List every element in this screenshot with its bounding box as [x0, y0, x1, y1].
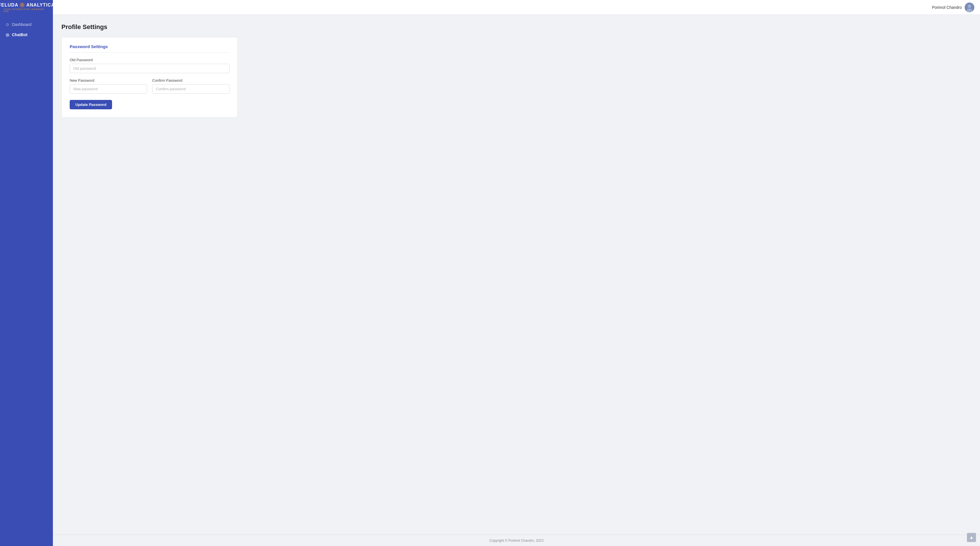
logo-feluda-text: FELUDA: [0, 3, 18, 8]
old-password-input[interactable]: [70, 64, 229, 73]
old-password-group: Old Password: [70, 58, 229, 73]
header-user: Porimol Chandro: [932, 3, 974, 12]
logo-subtitle: YOUR INTERACTIVE LEARNING HUB: [3, 8, 49, 12]
header: FELUDA 🔆 ANALYTICA YOUR INTERACTIVE LEAR…: [0, 0, 980, 15]
password-settings-title: Password Settings: [70, 44, 229, 53]
avatar-image: [965, 3, 974, 12]
new-password-label: New Password: [70, 78, 147, 83]
avatar[interactable]: [965, 3, 974, 12]
main-content: Profile Settings Password Settings Old P…: [53, 15, 980, 546]
confirm-password-label: Confirm Password: [152, 78, 229, 83]
sidebar: ⊙ Dashboard ◎ ChatBot: [0, 15, 53, 546]
scroll-top-button[interactable]: ▲: [967, 533, 976, 542]
sidebar-item-dashboard[interactable]: ⊙ Dashboard: [0, 19, 53, 30]
footer: Copyright © Porimol Chandro, 2023: [53, 535, 980, 546]
logo-icon: 🔆: [19, 2, 25, 8]
new-password-input[interactable]: [70, 84, 147, 94]
sidebar-item-chatbot-label: ChatBot: [12, 32, 27, 37]
sidebar-item-chatbot[interactable]: ◎ ChatBot: [0, 30, 53, 40]
confirm-password-input[interactable]: [152, 84, 229, 94]
new-password-group: New Password: [70, 78, 147, 94]
page-title: Profile Settings: [61, 23, 972, 31]
chatbot-icon: ◎: [6, 32, 9, 37]
avatar-svg: [965, 3, 974, 12]
sidebar-item-dashboard-label: Dashboard: [12, 22, 32, 27]
dashboard-icon: ⊙: [6, 22, 9, 27]
logo: FELUDA 🔆 ANALYTICA YOUR INTERACTIVE LEAR…: [0, 0, 53, 15]
header-username: Porimol Chandro: [932, 5, 962, 10]
app-body: ⊙ Dashboard ◎ ChatBot Profile Settings P…: [0, 15, 980, 546]
footer-text: Copyright © Porimol Chandro, 2023: [490, 539, 544, 543]
old-password-label: Old Password: [70, 58, 229, 62]
svg-point-1: [968, 5, 971, 8]
update-password-button[interactable]: Update Password: [70, 100, 112, 109]
password-row: New Password Confirm Password: [70, 78, 229, 99]
password-settings-card: Password Settings Old Password New Passw…: [61, 37, 238, 118]
confirm-password-group: Confirm Password: [152, 78, 229, 94]
logo-analytica-text: ANALYTICA: [26, 3, 55, 8]
